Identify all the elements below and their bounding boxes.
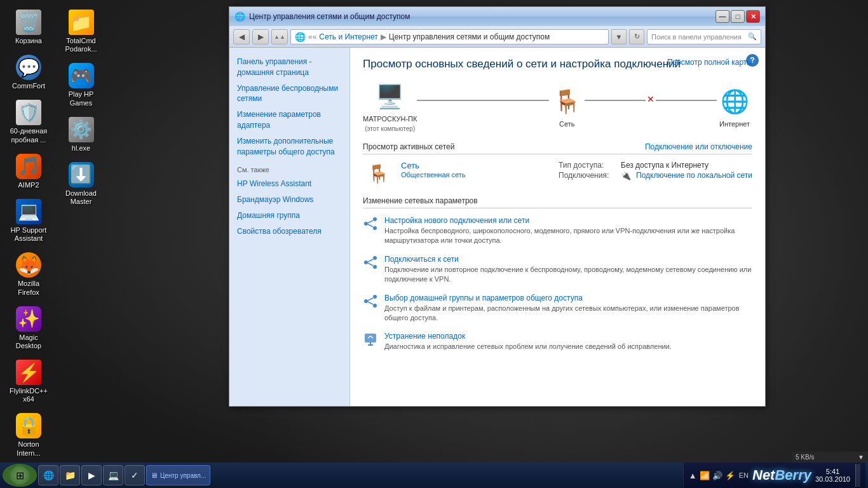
back-button[interactable]: ◀ bbox=[233, 29, 250, 44]
new-connection-desc: Настройка беспроводного, широкополосного… bbox=[384, 227, 735, 244]
connections-link[interactable]: Подключение по локальной сети bbox=[636, 171, 752, 180]
window-title: Центр управления сетями и общим доступом bbox=[249, 12, 712, 21]
main-content: ? Просмотр основных сведений о сети и на… bbox=[350, 48, 765, 406]
connect-disconnect-link[interactable]: Подключение или отключение bbox=[645, 142, 752, 151]
desktop-icon-recycle-bin[interactable]: 🗑️ Корзина bbox=[6, 6, 51, 48]
search-box[interactable]: Поиск в панели управления 🔍 bbox=[647, 29, 761, 44]
desktop-icon-label-aimp: AIMP2 bbox=[18, 181, 39, 189]
taskbar-check-button[interactable]: ✓ bbox=[125, 465, 145, 485]
home-group-icon bbox=[363, 294, 378, 309]
speed-scroll-icon: ▼ bbox=[858, 454, 864, 461]
sidebar-link-hp-wireless[interactable]: HP Wireless Assistant bbox=[229, 176, 349, 192]
view-full-map-link[interactable]: Просмотр полной карты bbox=[667, 58, 752, 67]
desktop-icon-hlexe[interactable]: ⚙️ hl.exe bbox=[59, 114, 104, 156]
maximize-button[interactable]: □ bbox=[731, 10, 745, 23]
connect-network-link[interactable]: Подключиться к сети bbox=[384, 255, 752, 264]
active-network-subtype[interactable]: Общественная сеть bbox=[401, 171, 466, 179]
svg-point-10 bbox=[364, 299, 368, 303]
window-icon: 🌐 bbox=[234, 11, 245, 22]
network-node-internet: 🌐 Интернет bbox=[717, 86, 752, 128]
sidebar-link-firewall[interactable]: Брандмауэр Windows bbox=[229, 192, 349, 208]
active-network-name[interactable]: Сеть bbox=[401, 161, 419, 170]
up-button[interactable]: ▲▲ bbox=[271, 29, 288, 44]
tray-icon-power[interactable]: ⚡ bbox=[725, 471, 735, 480]
taskbar-network-button[interactable]: 🖥 Центр управл... bbox=[146, 465, 210, 485]
desktop-icon-label-magic-desktop: Magic Desktop bbox=[10, 334, 48, 350]
connect-network-desc: Подключение или повторное подключение к … bbox=[384, 266, 751, 283]
tray-icon-network[interactable]: 📶 bbox=[700, 471, 710, 480]
desktop-icon-label-download-master: Download Master bbox=[62, 189, 100, 206]
search-placeholder: Поиск в панели управления bbox=[651, 33, 742, 41]
network-line-1 bbox=[417, 100, 549, 101]
breadcrumb-network-internet[interactable]: Сеть и Интернет bbox=[319, 32, 377, 41]
desktop-icon-img-60day: 🛡️ bbox=[16, 100, 41, 125]
svg-line-14 bbox=[368, 302, 373, 304]
desktop-icon-img-flylink: ⚡ bbox=[16, 360, 41, 385]
show-desktop-button[interactable] bbox=[855, 464, 860, 487]
address-dropdown-arrow[interactable]: ▼ bbox=[611, 29, 627, 44]
svg-line-8 bbox=[368, 259, 373, 262]
taskbar-ie-button[interactable]: 🌐 bbox=[38, 465, 58, 485]
desktop-icon-totalcmd[interactable]: 📁 TotalCmd Podarok... bbox=[59, 6, 104, 57]
troubleshoot-link[interactable]: Устранение неполадок bbox=[384, 332, 752, 341]
sidebar: Панель управления - домашняя страница Уп… bbox=[229, 48, 350, 406]
clock-area[interactable]: 5:41 30.03.2010 bbox=[815, 468, 850, 483]
title-bar-buttons: — □ ✕ bbox=[715, 10, 760, 23]
taskbar-explorer-button[interactable]: 📁 bbox=[60, 465, 80, 485]
desktop-icon-img-playhp: 🎮 bbox=[69, 63, 94, 88]
system-tray: ▲ 📶 🔊 ⚡ EN NetBerry 5:41 30.03.2010 bbox=[683, 463, 865, 488]
tray-icon-sound[interactable]: 🔊 bbox=[712, 471, 722, 480]
tray-icons: ▲ 📶 🔊 ⚡ bbox=[689, 471, 735, 480]
active-network-info: Сеть Общественная сеть bbox=[401, 161, 551, 179]
home-group-link[interactable]: Выбор домашней группы и параметров общег… bbox=[384, 294, 752, 302]
sidebar-link-browser-props[interactable]: Свойства обозревателя bbox=[229, 224, 349, 240]
desktop-icon-commfort[interactable]: 💬 CommFort bbox=[6, 51, 51, 93]
taskbar: ⊞ 🌐 📁 ▶ 💻 ✓ 🖥 Центр управл... ▲ 📶 🔊 ⚡ EN… bbox=[0, 463, 868, 488]
forward-button[interactable]: ▶ bbox=[252, 29, 269, 44]
search-icon[interactable]: 🔍 bbox=[748, 32, 757, 41]
svg-line-13 bbox=[368, 298, 373, 301]
svg-rect-15 bbox=[365, 334, 376, 342]
prop-access-type: Тип доступа: Без доступа к Интернету bbox=[559, 161, 752, 170]
desktop-icon-hp-support[interactable]: 💻 HP Support Assistant bbox=[6, 196, 51, 246]
desktop-icon-img-hlexe: ⚙️ bbox=[69, 117, 94, 142]
tray-language[interactable]: EN bbox=[739, 471, 749, 479]
svg-point-2 bbox=[373, 226, 377, 230]
taskbar-hp-button[interactable]: 💻 bbox=[103, 465, 123, 485]
setting-home-group: Выбор домашней группы и параметров общег… bbox=[363, 294, 752, 323]
desktop-icon-norton[interactable]: 🔒 Norton Intern... bbox=[6, 410, 51, 460]
svg-point-7 bbox=[373, 265, 377, 269]
sidebar-link-homegroup[interactable]: Домашняя группа bbox=[229, 208, 349, 224]
tray-icon-1[interactable]: ▲ bbox=[689, 471, 697, 480]
taskbar-media-button[interactable]: ▶ bbox=[81, 465, 102, 485]
desktop-icon-label-norton: Norton Intern... bbox=[10, 440, 48, 457]
active-networks-title: Просмотр активных сетей bbox=[363, 142, 454, 151]
sidebar-link-wireless[interactable]: Управление беспроводными сетями bbox=[229, 81, 349, 107]
breadcrumb-icon: 🌐 bbox=[295, 32, 306, 42]
sidebar-link-sharing[interactable]: Изменить дополнительные параметры общего… bbox=[229, 133, 349, 160]
pc-icon: 🖥️ bbox=[372, 81, 408, 112]
minimize-button[interactable]: — bbox=[715, 10, 729, 23]
see-also-title: См. также bbox=[229, 159, 349, 176]
sidebar-link-home[interactable]: Панель управления - домашняя страница bbox=[229, 54, 349, 81]
refresh-button[interactable]: ↻ bbox=[629, 29, 644, 44]
desktop-icon-flylink[interactable]: ⚡ FlylinkDC++ x64 bbox=[6, 356, 51, 407]
close-button[interactable]: ✕ bbox=[746, 10, 760, 23]
desktop-icon-aimp[interactable]: 🎵 AIMP2 bbox=[6, 151, 51, 193]
internet-label: Интернет bbox=[719, 120, 750, 128]
desktop-icon-playhp[interactable]: 🎮 Play HP Games bbox=[59, 60, 104, 110]
home-group-desc: Доступ к файлам и принтерам, расположенн… bbox=[384, 304, 740, 322]
desktop-icon-60day[interactable]: 🛡️ 60-дневная пробная ... bbox=[6, 97, 51, 147]
address-breadcrumb[interactable]: 🌐 «« Сеть и Интернет ▶ Центр управления … bbox=[290, 29, 609, 44]
sidebar-link-adapter[interactable]: Изменение параметров адаптера bbox=[229, 107, 349, 133]
desktop: 🗑️ Корзина 💬 CommFort 🛡️ 60-дневная проб… bbox=[0, 0, 868, 488]
desktop-icon-img-hp-support: 💻 bbox=[16, 199, 41, 224]
start-button[interactable]: ⊞ bbox=[3, 464, 37, 487]
desktop-icon-label-flylink: FlylinkDC++ x64 bbox=[10, 387, 48, 403]
desktop-icon-magic-desktop[interactable]: ✨ Magic Desktop bbox=[6, 303, 51, 353]
desktop-icon-firefox[interactable]: 🦊 Mozilla Firefox bbox=[6, 249, 51, 299]
desktop-icon-download-master[interactable]: ⬇️ Download Master bbox=[59, 159, 104, 209]
netberry-logo: NetBerry bbox=[752, 467, 811, 484]
new-connection-link[interactable]: Настройка нового подключения или сети bbox=[384, 216, 752, 225]
desktop-icon-label-hp-support: HP Support Assistant bbox=[10, 226, 48, 243]
